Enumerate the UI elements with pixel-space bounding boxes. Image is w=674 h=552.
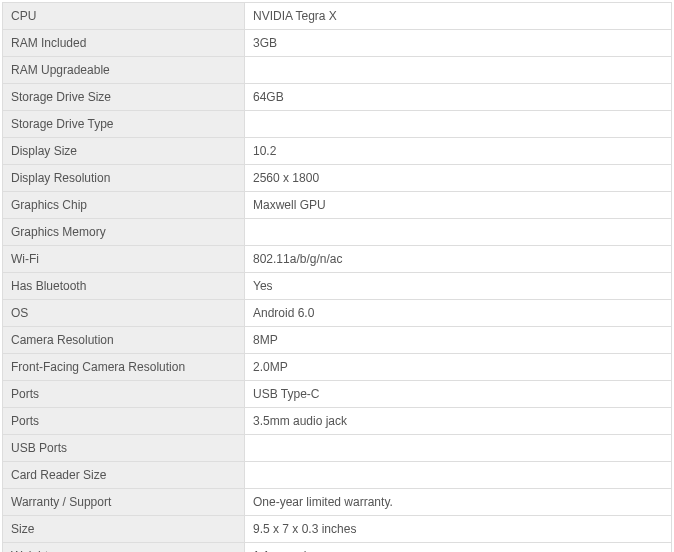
spec-value: 2.0MP — [245, 354, 672, 381]
spec-value: NVIDIA Tegra X — [245, 3, 672, 30]
table-row: Ports3.5mm audio jack — [3, 408, 672, 435]
spec-label: Graphics Chip — [3, 192, 245, 219]
spec-label: Front-Facing Camera Resolution — [3, 354, 245, 381]
spec-value: 3.5mm audio jack — [245, 408, 672, 435]
table-row: RAM Upgradeable — [3, 57, 672, 84]
spec-value — [245, 435, 672, 462]
table-row: Graphics ChipMaxwell GPU — [3, 192, 672, 219]
spec-value: Yes — [245, 273, 672, 300]
spec-value: 10.2 — [245, 138, 672, 165]
spec-value: 64GB — [245, 84, 672, 111]
spec-label: Display Size — [3, 138, 245, 165]
table-row: Wi-Fi802.11a/b/g/n/ac — [3, 246, 672, 273]
spec-value: Android 6.0 — [245, 300, 672, 327]
table-row: Camera Resolution8MP — [3, 327, 672, 354]
spec-label: Storage Drive Type — [3, 111, 245, 138]
table-row: RAM Included3GB — [3, 30, 672, 57]
spec-value: 2560 x 1800 — [245, 165, 672, 192]
spec-value: 802.11a/b/g/n/ac — [245, 246, 672, 273]
spec-label: Storage Drive Size — [3, 84, 245, 111]
spec-label: Size — [3, 516, 245, 543]
table-row: Storage Drive Size64GB — [3, 84, 672, 111]
spec-value: 8MP — [245, 327, 672, 354]
spec-label: Weight — [3, 543, 245, 553]
spec-value: 9.5 x 7 x 0.3 inches — [245, 516, 672, 543]
spec-value — [245, 219, 672, 246]
table-row: Has BluetoothYes — [3, 273, 672, 300]
spec-label: Camera Resolution — [3, 327, 245, 354]
spec-label: Display Resolution — [3, 165, 245, 192]
specs-table: CPUNVIDIA Tegra XRAM Included3GBRAM Upgr… — [2, 2, 672, 552]
table-row: Front-Facing Camera Resolution2.0MP — [3, 354, 672, 381]
spec-value — [245, 57, 672, 84]
spec-label: Has Bluetooth — [3, 273, 245, 300]
spec-label: RAM Included — [3, 30, 245, 57]
spec-label: RAM Upgradeable — [3, 57, 245, 84]
table-row: OSAndroid 6.0 — [3, 300, 672, 327]
spec-label: Graphics Memory — [3, 219, 245, 246]
spec-value — [245, 462, 672, 489]
table-row: Card Reader Size — [3, 462, 672, 489]
table-row: PortsUSB Type-C — [3, 381, 672, 408]
spec-label: OS — [3, 300, 245, 327]
spec-label: Card Reader Size — [3, 462, 245, 489]
table-row: Warranty / SupportOne-year limited warra… — [3, 489, 672, 516]
spec-value: 3GB — [245, 30, 672, 57]
spec-label: USB Ports — [3, 435, 245, 462]
spec-value — [245, 111, 672, 138]
specs-tbody: CPUNVIDIA Tegra XRAM Included3GBRAM Upgr… — [3, 3, 672, 553]
spec-label: Warranty / Support — [3, 489, 245, 516]
table-row: Display Resolution2560 x 1800 — [3, 165, 672, 192]
spec-label: Ports — [3, 408, 245, 435]
table-row: Size9.5 x 7 x 0.3 inches — [3, 516, 672, 543]
spec-label: Wi-Fi — [3, 246, 245, 273]
table-row: CPUNVIDIA Tegra X — [3, 3, 672, 30]
table-row: Storage Drive Type — [3, 111, 672, 138]
spec-value: USB Type-C — [245, 381, 672, 408]
table-row: Graphics Memory — [3, 219, 672, 246]
spec-label: Ports — [3, 381, 245, 408]
table-row: Display Size10.2 — [3, 138, 672, 165]
spec-value: One-year limited warranty. — [245, 489, 672, 516]
specs-container: CPUNVIDIA Tegra XRAM Included3GBRAM Upgr… — [0, 0, 674, 552]
spec-value: Maxwell GPU — [245, 192, 672, 219]
table-row: Weight1.1 pounds — [3, 543, 672, 553]
spec-value: 1.1 pounds — [245, 543, 672, 553]
table-row: USB Ports — [3, 435, 672, 462]
spec-label: CPU — [3, 3, 245, 30]
